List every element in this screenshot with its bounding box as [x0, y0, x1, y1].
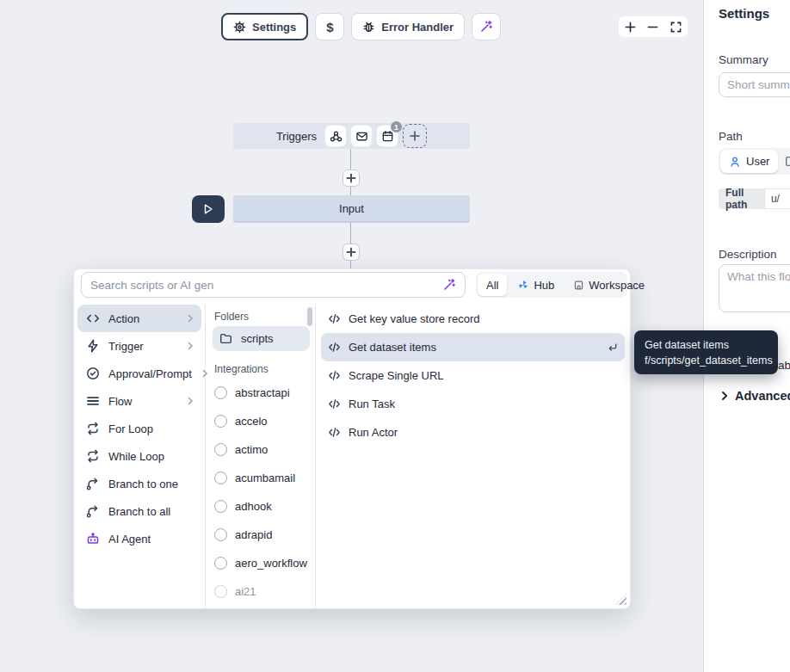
kind-label: Flow: [108, 395, 177, 408]
fit-view-icon[interactable]: [670, 22, 682, 33]
kind-label: Branch to all: [108, 505, 194, 518]
tab-hub[interactable]: Hub: [509, 274, 563, 296]
script-item[interactable]: Run Task: [321, 390, 625, 418]
integration-logo-icon: [214, 585, 227, 598]
flow-toolbar: Settings $ Error Handler: [221, 13, 501, 40]
zoom-in-icon[interactable]: [625, 22, 636, 33]
zoom-out-icon[interactable]: [647, 22, 658, 33]
kind-item-branch-all[interactable]: Branch to all: [77, 497, 201, 525]
repeat-icon: [86, 422, 100, 435]
path-owner-user-label: User: [746, 155, 769, 168]
script-item-selected[interactable]: Get dataset items: [321, 333, 625, 361]
folder-item-scripts[interactable]: scripts: [213, 326, 310, 351]
integration-item[interactable]: actimo: [213, 435, 310, 464]
kind-label: Action: [108, 312, 177, 325]
error-handler-label: Error Handler: [381, 21, 454, 34]
code-file-icon: [328, 369, 341, 382]
clipped-setting-label: ab: [778, 359, 790, 372]
script-item[interactable]: Get key value store record: [321, 305, 625, 333]
path-owner-user-button[interactable]: User: [720, 150, 778, 173]
tab-hub-label: Hub: [534, 279, 554, 292]
scrollbar-thumb[interactable]: [307, 307, 312, 326]
kind-label: AI Agent: [108, 533, 194, 546]
zap-icon: [86, 339, 100, 353]
integration-label: abstractapi: [235, 386, 290, 399]
insert-step-above-button[interactable]: [343, 170, 360, 187]
integration-label: adrapid: [235, 528, 272, 541]
settings-button-label: Settings: [252, 21, 296, 34]
enter-key-icon: [607, 342, 618, 353]
test-flow-button[interactable]: [192, 195, 225, 223]
tab-all[interactable]: All: [478, 274, 507, 296]
path-label: Path: [719, 130, 743, 143]
add-trigger-button[interactable]: [403, 124, 427, 148]
integration-logo-icon: [214, 443, 227, 456]
script-item[interactable]: Run Actor: [321, 418, 625, 447]
kind-item-branch-one[interactable]: Branch to one: [77, 470, 201, 497]
integration-item[interactable]: adrapid: [213, 521, 310, 549]
kind-item-action[interactable]: Action: [77, 305, 201, 332]
integration-item[interactable]: aero_workflow: [213, 549, 310, 577]
full-path-value[interactable]: u/: [764, 188, 790, 209]
kind-item-ai-agent[interactable]: AI Agent: [77, 525, 201, 552]
kind-item-trigger[interactable]: Trigger: [77, 332, 201, 360]
script-item[interactable]: Scrape Single URL: [321, 361, 625, 390]
schedule-trigger-button[interactable]: 1: [377, 126, 398, 146]
full-path-label: Full path: [719, 188, 764, 209]
ai-assistant-button[interactable]: [472, 13, 501, 40]
webhook-trigger-button[interactable]: [325, 126, 346, 146]
kind-label: Trigger: [108, 340, 177, 353]
kind-label: For Loop: [108, 422, 194, 435]
webhook-icon: [330, 130, 343, 143]
kind-label: While Loop: [108, 450, 194, 463]
mail-icon: [355, 130, 368, 143]
user-icon: [729, 156, 741, 168]
integration-logo-icon: [214, 472, 227, 484]
add-step-icon: [346, 247, 356, 257]
step-picker-body: Action Trigger Approval/Prompt: [74, 304, 630, 608]
integration-item[interactable]: acumbamail: [213, 464, 310, 492]
integration-item[interactable]: adhook: [213, 492, 310, 521]
integration-item[interactable]: abstractapi: [213, 379, 310, 407]
lines-icon: [86, 394, 100, 408]
step-kind-list: Action Trigger Approval/Prompt: [74, 304, 206, 608]
email-trigger-button[interactable]: [351, 126, 372, 146]
kind-label: Approval/Prompt: [108, 367, 192, 380]
ai-gen-wand-icon[interactable]: [442, 278, 456, 292]
advanced-section-toggle[interactable]: Advanced: [719, 389, 790, 403]
kind-item-approval[interactable]: Approval/Prompt: [77, 360, 201, 387]
script-label: Run Task: [349, 398, 618, 410]
kind-item-while-loop[interactable]: While Loop: [77, 442, 201, 470]
integration-item[interactable]: ai21: [213, 577, 310, 606]
kind-item-for-loop[interactable]: For Loop: [77, 415, 201, 442]
integration-item[interactable]: airtable: [213, 606, 310, 608]
description-textarea[interactable]: [719, 264, 790, 312]
integration-logo-icon: [214, 415, 227, 428]
integration-label: accelo: [235, 415, 268, 428]
triggers-node-label: Triggers: [276, 130, 317, 143]
plus-icon: [409, 130, 421, 142]
dollar-icon: $: [326, 20, 333, 34]
kind-label: Branch to one: [108, 478, 194, 490]
error-handler-button[interactable]: Error Handler: [351, 13, 465, 40]
folder-icon: [219, 332, 232, 345]
folders-section-label: Folders: [214, 311, 310, 323]
code-file-icon: [328, 341, 341, 354]
play-icon: [202, 203, 214, 215]
kind-item-flow[interactable]: Flow: [77, 387, 201, 415]
price-button[interactable]: $: [315, 13, 344, 40]
integration-item[interactable]: accelo: [213, 407, 310, 435]
tab-all-label: All: [486, 279, 498, 292]
summary-input[interactable]: [719, 72, 790, 97]
insert-step-below-button[interactable]: [343, 244, 360, 261]
triggers-node[interactable]: Triggers 1: [233, 123, 470, 149]
search-input[interactable]: [90, 279, 442, 292]
integration-label: acumbamail: [235, 472, 295, 484]
check-circle-icon: [86, 367, 100, 380]
tab-workspace[interactable]: Workspace: [565, 274, 653, 296]
tab-workspace-label: Workspace: [589, 279, 645, 292]
input-node[interactable]: Input: [233, 195, 470, 221]
advanced-label: Advanced: [735, 389, 790, 403]
settings-button[interactable]: Settings: [221, 13, 308, 40]
folder-icon[interactable]: [785, 155, 790, 168]
